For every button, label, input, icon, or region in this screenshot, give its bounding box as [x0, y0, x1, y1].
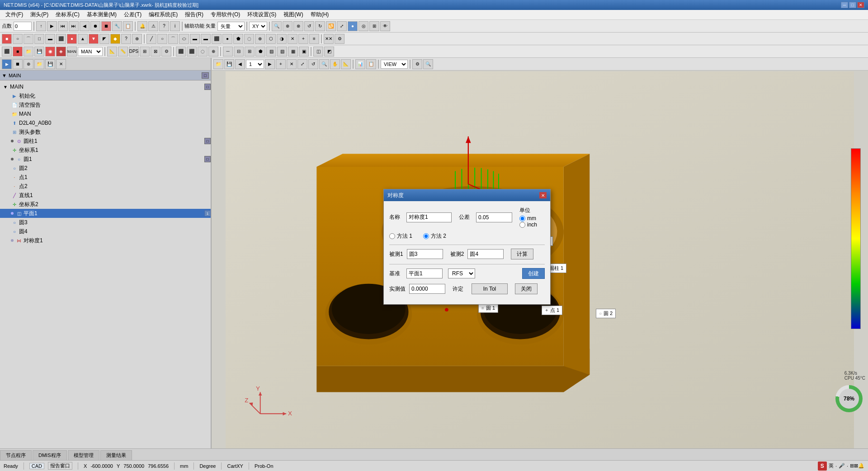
- tb3-btn-11[interactable]: ⊠: [151, 47, 160, 57]
- vp-tb-add[interactable]: +: [276, 59, 286, 69]
- tb3-btn-16[interactable]: ⊕: [208, 47, 218, 57]
- tb-btn-3[interactable]: ⏮: [58, 21, 68, 31]
- tb-btn-1[interactable]: ↑: [36, 21, 46, 31]
- vp-tb-settings[interactable]: ⚙: [412, 59, 422, 69]
- tb3-btn-1[interactable]: ⬛: [2, 47, 12, 57]
- tree-item-coord2[interactable]: ✛ 坐标系2: [0, 200, 211, 209]
- tb3-btn-9[interactable]: DPS: [129, 47, 139, 57]
- tab-measure-result[interactable]: 测量结果: [100, 450, 132, 460]
- tb3-btn-22[interactable]: ▧: [277, 47, 287, 57]
- status-cad[interactable]: CAD: [29, 463, 44, 469]
- tb3-btn-25[interactable]: ◫: [313, 47, 323, 57]
- tb2-btn-5[interactable]: ▬: [45, 34, 55, 44]
- vp-tb-btn-2[interactable]: 💾: [224, 59, 234, 69]
- method1-radio-item[interactable]: 方法 1: [389, 232, 412, 240]
- tb-btn-17[interactable]: ↻: [315, 21, 325, 31]
- tb2-btn-28[interactable]: +: [298, 34, 308, 44]
- menu-program[interactable]: 编程系统(E): [145, 10, 181, 19]
- tb3-btn-2[interactable]: ■: [13, 47, 23, 57]
- lp-btn-4[interactable]: 📁: [34, 59, 44, 69]
- tb2-btn-6[interactable]: ⬛: [56, 34, 66, 44]
- tb2-btn-11[interactable]: ◆: [110, 34, 120, 44]
- menu-measure[interactable]: 基本测量(M): [83, 10, 120, 19]
- tb-btn-6[interactable]: ⏺: [90, 21, 100, 31]
- tb2-btn-22[interactable]: ⬟: [233, 34, 243, 44]
- vp-tb-search2[interactable]: 🔍: [423, 59, 433, 69]
- vp-tb-btn-1[interactable]: 📁: [213, 59, 223, 69]
- tb3-btn-8[interactable]: 📏: [118, 47, 128, 57]
- menu-report[interactable]: 报告(R): [181, 10, 207, 19]
- tb-btn-19[interactable]: ⤢: [337, 21, 347, 31]
- tree-item-point1[interactable]: · 点1: [0, 173, 211, 182]
- tree-item-sym1[interactable]: ⋈ 对称度1: [0, 236, 211, 245]
- tb3-btn-20[interactable]: ⬟: [255, 47, 265, 57]
- tb-btn-15[interactable]: ⊗: [293, 21, 303, 31]
- tree-item-man[interactable]: 📁 MAN: [0, 109, 211, 118]
- menu-file[interactable]: 文件(F): [2, 10, 27, 19]
- tb2-btn-26[interactable]: ◑: [277, 34, 287, 44]
- tb-btn-9[interactable]: 📋: [123, 21, 133, 31]
- menu-tolerance[interactable]: 公差(T): [120, 10, 145, 19]
- tb-btn-2[interactable]: ▶: [47, 21, 57, 31]
- lp-btn-2[interactable]: ⏹: [13, 59, 23, 69]
- menu-env[interactable]: 环境设置(S): [244, 10, 280, 19]
- tb-btn-14[interactable]: ⊕: [283, 21, 292, 31]
- tb3-btn-13[interactable]: ⬛: [176, 47, 186, 57]
- lp-btn-5[interactable]: 💾: [45, 59, 55, 69]
- tb2-btn-15[interactable]: ○: [157, 34, 167, 44]
- tree-item-clear[interactable]: 📄 清空报告: [0, 100, 211, 109]
- tb2-btn-23[interactable]: ◌: [244, 34, 254, 44]
- tree-item-d2l40[interactable]: ⬆ D2L40_A0B0: [0, 118, 211, 127]
- status-report[interactable]: 报告窗口: [48, 462, 72, 470]
- vp-tb-zoom[interactable]: 🔍: [319, 59, 329, 69]
- tb-3d-sphere[interactable]: ●: [348, 21, 358, 31]
- tb3-btn-5[interactable]: ◉: [45, 47, 55, 57]
- tb-btn-16[interactable]: ↺: [304, 21, 314, 31]
- tb2-btn-31[interactable]: ⚙: [335, 34, 344, 44]
- tb-btn-18[interactable]: 🔁: [326, 21, 336, 31]
- tb-btn-4[interactable]: ⏭: [69, 21, 79, 31]
- tb2-btn-27[interactable]: ✕: [288, 34, 297, 44]
- tb2-btn-13[interactable]: ⊕: [132, 34, 142, 44]
- vp-tb-prev[interactable]: ◀: [235, 59, 245, 69]
- tree-item-coord1[interactable]: ✛ 坐标系1: [0, 146, 211, 155]
- tolerance-input[interactable]: [476, 212, 512, 222]
- tb2-btn-19[interactable]: ▬: [201, 34, 211, 44]
- tb2-btn-12[interactable]: ?: [121, 34, 131, 44]
- maximize-btn[interactable]: □: [849, 2, 856, 8]
- measured2-input[interactable]: [467, 249, 504, 259]
- method2-radio[interactable]: [423, 233, 429, 239]
- dialog-close-button[interactable]: ✕: [539, 192, 547, 198]
- vp-tb-measure[interactable]: 📐: [341, 59, 351, 69]
- tb2-btn-16[interactable]: ⌒: [168, 34, 178, 44]
- tree-item-circle3[interactable]: ○ 圆3: [0, 218, 211, 227]
- tb3-btn-10[interactable]: ⊞: [140, 47, 150, 57]
- tb2-btn-7[interactable]: ●: [67, 34, 77, 44]
- tb3-mancircle[interactable]: MAN: [67, 47, 77, 57]
- tb-btn-10[interactable]: 🔔: [137, 21, 147, 31]
- tb-btn-11[interactable]: ⚠: [148, 21, 158, 31]
- menu-coord[interactable]: 坐标系(C): [52, 10, 83, 19]
- tb-btn-12[interactable]: ?: [159, 21, 169, 31]
- lp-btn-6[interactable]: ✕: [56, 59, 66, 69]
- tree-item-probe-params[interactable]: ⊞ 测头参数: [0, 127, 211, 137]
- tb3-btn-4[interactable]: 💾: [34, 47, 44, 57]
- menu-special[interactable]: 专用软件(O): [207, 10, 244, 19]
- vp-tb-del[interactable]: ✕: [287, 59, 297, 69]
- tb-btn-22[interactable]: 👁: [380, 21, 390, 31]
- tb2-btn-9[interactable]: ▼: [89, 34, 99, 44]
- tree-item-point2[interactable]: · 点2: [0, 182, 211, 191]
- vp-tb-rotate[interactable]: ↺: [308, 59, 318, 69]
- close-button[interactable]: 关闭: [515, 283, 538, 294]
- tb-btn-20[interactable]: ◎: [359, 21, 368, 31]
- mm-radio-item[interactable]: mm: [519, 215, 537, 221]
- inch-radio-item[interactable]: inch: [519, 221, 537, 228]
- tb3-select[interactable]: MAN: [78, 47, 103, 56]
- tb-btn-7[interactable]: ⏹: [101, 21, 111, 31]
- tb3-btn-26[interactable]: ◩: [324, 47, 334, 57]
- tb3-btn-15[interactable]: ◌: [198, 47, 208, 57]
- vp-tb-report[interactable]: 📊: [355, 59, 365, 69]
- menu-probe[interactable]: 测头(P): [27, 10, 52, 19]
- tb3-btn-6[interactable]: ◈: [56, 47, 66, 57]
- tb2-btn-24[interactable]: ⊕: [255, 34, 265, 44]
